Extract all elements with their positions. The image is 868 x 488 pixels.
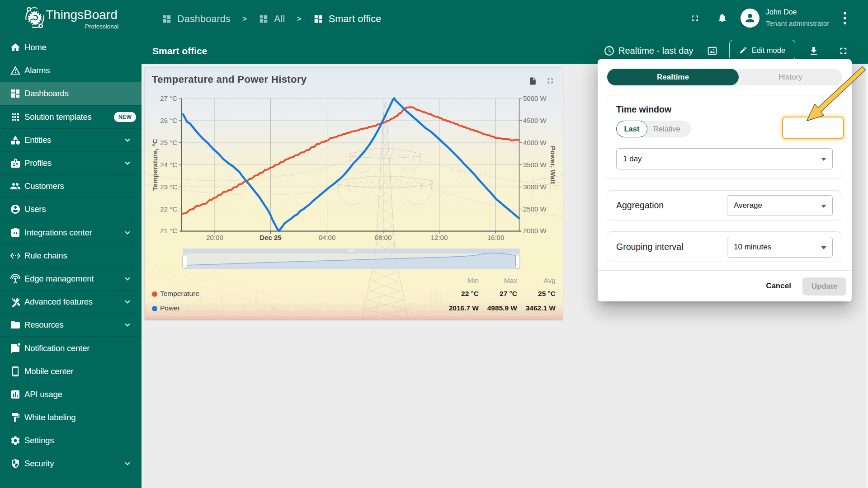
svg-text:Temperature, °C: Temperature, °C xyxy=(151,139,159,191)
svg-text:12:00: 12:00 xyxy=(431,234,448,241)
svg-text:04:00: 04:00 xyxy=(319,234,336,241)
svg-text:27 °C: 27 °C xyxy=(160,94,177,102)
svg-text:21 °C: 21 °C xyxy=(160,227,177,235)
svg-text:20:00: 20:00 xyxy=(206,234,223,241)
svg-text:22 °C: 22 °C xyxy=(160,205,177,213)
svg-text:3500 W: 3500 W xyxy=(523,161,547,169)
svg-text:16:00: 16:00 xyxy=(487,234,505,241)
svg-text:24 °C: 24 °C xyxy=(160,161,177,169)
svg-text:23 °C: 23 °C xyxy=(160,183,177,191)
svg-text:4000 W: 4000 W xyxy=(523,139,547,146)
svg-text:3000 W: 3000 W xyxy=(523,183,547,191)
svg-text:08:00: 08:00 xyxy=(375,234,392,241)
svg-text:Dec 25: Dec 25 xyxy=(259,234,281,241)
svg-text:25 °C: 25 °C xyxy=(160,139,177,146)
svg-text:4500 W: 4500 W xyxy=(523,117,547,124)
svg-text:2500 W: 2500 W xyxy=(523,205,547,213)
svg-text:5000 W: 5000 W xyxy=(523,94,547,102)
svg-text:2000 W: 2000 W xyxy=(523,227,547,235)
svg-text:Power, Watt: Power, Watt xyxy=(549,146,557,184)
svg-text:26 °C: 26 °C xyxy=(160,117,177,124)
